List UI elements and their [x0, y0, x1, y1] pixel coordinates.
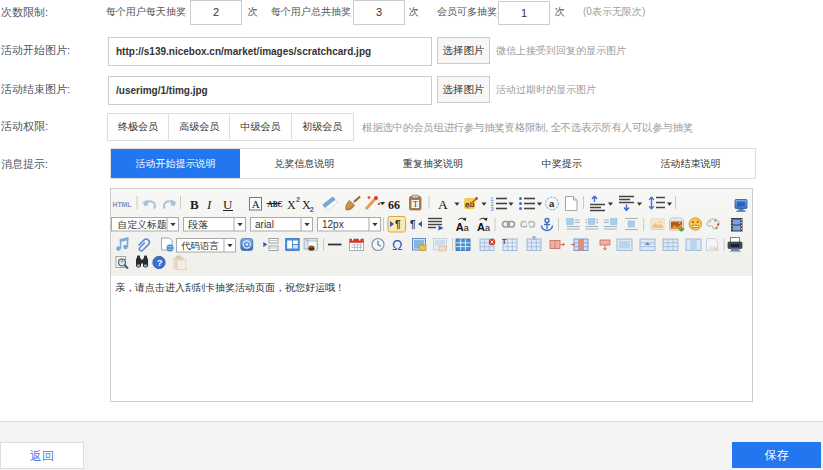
svg-text:a: a	[464, 223, 469, 233]
svg-text:¶: ¶	[395, 219, 401, 230]
svg-text:ABC: ABC	[268, 201, 283, 209]
svg-text:B: B	[190, 197, 199, 212]
svg-text:¶: ¶	[410, 219, 416, 230]
svg-text:arial: arial	[255, 219, 274, 230]
svg-text:2: 2	[310, 206, 314, 213]
svg-text:a: a	[549, 198, 555, 209]
svg-text:HTML: HTML	[113, 201, 132, 208]
svg-text:X: X	[287, 198, 296, 212]
svg-text:自定义标题: 自定义标题	[118, 219, 167, 230]
svg-text:T: T	[413, 200, 418, 209]
svg-text:A: A	[438, 197, 448, 212]
svg-text:A: A	[477, 221, 485, 233]
svg-text:2: 2	[296, 196, 300, 203]
svg-text:66: 66	[388, 198, 400, 212]
svg-text:?: ?	[157, 257, 163, 268]
svg-text:Ω: Ω	[392, 237, 402, 253]
svg-text:a: a	[485, 223, 490, 233]
svg-text:A: A	[456, 221, 464, 233]
svg-text:代码语言: 代码语言	[181, 240, 220, 251]
svg-text:A: A	[252, 198, 260, 210]
svg-text:3: 3	[491, 206, 494, 212]
svg-text:U: U	[223, 197, 233, 212]
svg-text:T: T	[502, 237, 507, 246]
svg-text:I: I	[206, 197, 212, 212]
svg-text:段落: 段落	[188, 219, 208, 230]
svg-text:12px: 12px	[322, 219, 344, 230]
